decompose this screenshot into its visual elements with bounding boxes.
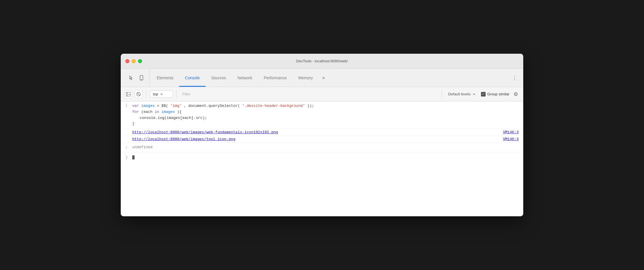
checkbox-checked-icon: ✓ xyxy=(481,92,486,97)
string-img: 'img' xyxy=(170,104,182,108)
toolbar-divider-2 xyxy=(176,90,177,98)
filter-input[interactable] xyxy=(180,91,438,97)
cursor-blink xyxy=(132,155,135,159)
tab-memory[interactable]: Memory xyxy=(293,69,319,87)
code-content: var images = $$( 'img' , document.queryS… xyxy=(132,103,523,127)
minimize-button[interactable] xyxy=(132,59,136,63)
sidebar-icon xyxy=(126,92,131,97)
svg-line-6 xyxy=(137,93,140,96)
gear-icon: ⚙ xyxy=(513,91,518,97)
block-icon xyxy=(136,92,141,97)
tab-performance[interactable]: Performance xyxy=(258,69,292,87)
var-images-2: images xyxy=(161,110,175,114)
prompt-arrow: 〉 xyxy=(121,155,132,160)
console-undefined-row: 〈 undefined xyxy=(121,143,523,152)
devtools-window: DevTools - localhost:8080/web/ Elements … xyxy=(121,54,523,216)
traffic-lights xyxy=(125,59,142,63)
context-selector[interactable]: top xyxy=(150,90,173,98)
output-arrow: 〈 xyxy=(121,145,132,150)
code-line-2: for (each in images ){ xyxy=(132,109,519,115)
svg-rect-1 xyxy=(141,79,142,80)
console-output: 〉 var images = $$( 'img' , document.quer… xyxy=(121,101,523,216)
vertical-dots-icon: ⋮ xyxy=(512,75,518,81)
mobile-icon xyxy=(139,75,144,81)
levels-arrow-icon xyxy=(472,92,476,96)
window-title: DevTools - localhost:8080/web/ xyxy=(296,59,348,63)
log-levels-button[interactable]: Default levels xyxy=(445,91,479,97)
console-link-2[interactable]: http://localhost:8080/web/images/tool_ic… xyxy=(132,137,235,141)
more-tabs-button[interactable]: » xyxy=(319,69,328,87)
group-similar-toggle[interactable]: ✓ Group similar xyxy=(481,92,509,97)
code-line-3: console.log(images[each].src); xyxy=(140,115,519,121)
console-source-1[interactable]: VM146:3 xyxy=(503,130,523,134)
console-entry-code: 〉 var images = $$( 'img' , document.quer… xyxy=(121,101,523,129)
var-images: images xyxy=(141,104,155,108)
input-arrow: 〉 xyxy=(121,103,132,127)
devtools-menu-button[interactable]: ⋮ xyxy=(509,69,521,87)
code-line-1: var images = $$( 'img' , document.queryS… xyxy=(132,103,519,109)
tab-sources[interactable]: Sources xyxy=(206,69,232,87)
cursor-icon xyxy=(128,75,134,81)
inspect-element-button[interactable] xyxy=(126,73,136,82)
close-button[interactable] xyxy=(125,59,129,63)
tab-console[interactable]: Console xyxy=(179,69,205,87)
console-toolbar: top Default levels ✓ Group similar ⚙ xyxy=(121,87,523,101)
console-link-row-1: http://localhost:8080/web/images/web-fun… xyxy=(121,129,523,136)
svg-rect-2 xyxy=(126,92,130,96)
code-line-4: } xyxy=(132,121,519,127)
show-console-button[interactable] xyxy=(124,90,132,98)
settings-button[interactable]: ⚙ xyxy=(512,90,520,98)
toolbar-icons xyxy=(123,69,150,87)
console-source-2[interactable]: VM146:3 xyxy=(503,137,523,141)
undefined-value: undefined xyxy=(132,145,152,150)
toolbar-divider-1 xyxy=(146,90,146,98)
console-link-1[interactable]: http://localhost:8080/web/images/web-fun… xyxy=(132,130,278,134)
tab-bar: Elements Console Sources Network Perform… xyxy=(121,69,523,87)
keyword-var: var xyxy=(132,104,139,108)
chevron-right-icon: » xyxy=(322,75,325,81)
titlebar: DevTools - localhost:8080/web/ xyxy=(121,54,523,69)
string-selector: '.devsite-header-background' xyxy=(242,104,305,108)
dropdown-arrow-icon xyxy=(160,92,163,96)
console-prompt-row[interactable]: 〉 xyxy=(121,152,523,163)
clear-console-button[interactable] xyxy=(135,90,143,98)
tab-elements[interactable]: Elements xyxy=(151,69,179,87)
maximize-button[interactable] xyxy=(138,59,142,63)
toolbar-divider-3 xyxy=(442,90,442,98)
device-toggle-button[interactable] xyxy=(137,73,146,82)
keyword-in: in xyxy=(155,110,159,114)
console-link-row-2: http://localhost:8080/web/images/tool_ic… xyxy=(121,136,523,143)
tab-network[interactable]: Network xyxy=(232,69,258,87)
keyword-for: for xyxy=(132,110,139,114)
